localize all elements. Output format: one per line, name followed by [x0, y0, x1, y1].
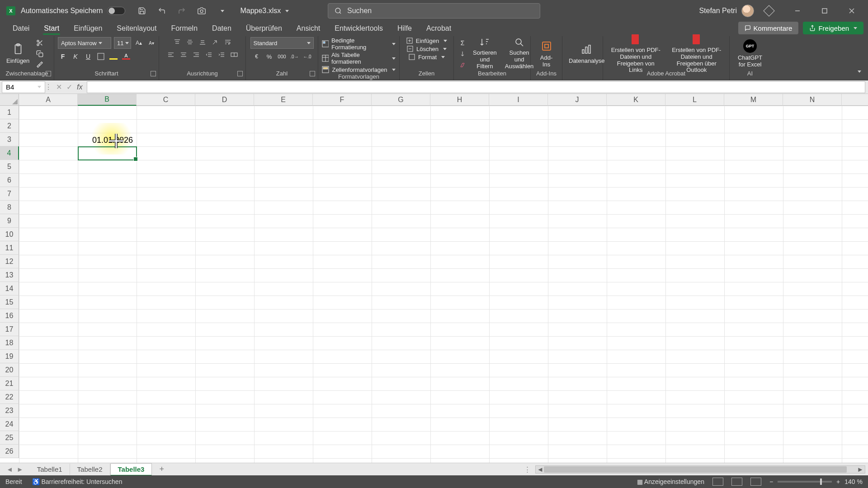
sort-filter-button[interactable]: Sortieren und Filtern — [470, 38, 500, 70]
row-header-23[interactable]: 23 — [0, 404, 19, 418]
autosum-icon[interactable]: Σ — [458, 38, 467, 48]
row-header-17[interactable]: 17 — [0, 323, 19, 336]
align-right-icon[interactable] — [191, 50, 201, 60]
sheet-nav-next-icon[interactable]: ► — [17, 465, 24, 473]
formula-input[interactable] — [87, 81, 865, 93]
collapse-ribbon-icon[interactable] — [853, 66, 864, 77]
user-name[interactable]: Stefan Petri — [699, 7, 737, 15]
increase-font-icon[interactable]: A▴ — [134, 38, 144, 48]
tab-seitenlayout[interactable]: Seitenlayout — [109, 22, 164, 36]
italic-icon[interactable]: K — [71, 52, 80, 61]
col-header-G[interactable]: G — [372, 94, 430, 106]
row-header-21[interactable]: 21 — [0, 377, 19, 390]
close-button[interactable] — [838, 0, 865, 22]
fill-color-icon[interactable] — [108, 52, 118, 61]
insert-cells-button[interactable]: Einfügen — [406, 37, 447, 44]
name-box[interactable]: B4 — [2, 81, 45, 93]
merge-icon[interactable] — [229, 50, 239, 60]
row-header-18[interactable]: 18 — [0, 336, 19, 350]
qat-customize-icon[interactable] — [216, 5, 227, 17]
tab-hilfe[interactable]: Hilfe — [390, 22, 419, 36]
increase-decimal-icon[interactable]: .0→ — [290, 52, 300, 61]
pdf-share-links-button[interactable]: Erstellen von PDF-Dateien und Freigeben … — [607, 38, 665, 70]
percent-icon[interactable]: % — [264, 52, 274, 61]
col-header-J[interactable]: J — [548, 94, 607, 106]
tab-formeln[interactable]: Formeln — [164, 22, 205, 36]
sheet-nav-prev-icon[interactable]: ◄ — [6, 465, 13, 473]
col-header-D[interactable]: D — [195, 94, 254, 106]
zoom-in-button[interactable]: + — [836, 478, 840, 485]
align-center-icon[interactable] — [179, 50, 189, 60]
tab-daten[interactable]: Daten — [205, 22, 239, 36]
clipboard-dialog-icon[interactable] — [46, 71, 51, 76]
align-left-icon[interactable] — [166, 50, 176, 60]
row-header-12[interactable]: 12 — [0, 255, 19, 268]
camera-icon[interactable] — [196, 5, 208, 17]
col-header-I[interactable]: I — [489, 94, 548, 106]
page-layout-view-icon[interactable] — [731, 478, 742, 486]
autosave-toggle[interactable] — [107, 7, 125, 15]
minimize-button[interactable] — [784, 0, 811, 22]
zoom-level[interactable]: 140 % — [844, 478, 863, 485]
row-header-20[interactable]: 20 — [0, 363, 19, 377]
wrap-text-icon[interactable] — [223, 37, 233, 47]
zoom-out-button[interactable]: − — [769, 478, 773, 485]
col-header-C[interactable]: C — [137, 94, 195, 106]
cell-styles-button[interactable]: Zellenformatvorlagen — [322, 66, 395, 73]
cell-grid[interactable] — [19, 106, 868, 463]
clear-icon[interactable] — [458, 60, 467, 70]
addins-button[interactable]: Add-Ins — [534, 38, 558, 70]
col-header-O[interactable]: O — [842, 94, 868, 106]
col-header-N[interactable]: N — [783, 94, 842, 106]
display-settings-button[interactable]: ▦ Anzeigeeinstellungen — [637, 478, 704, 485]
align-bottom-icon[interactable] — [198, 37, 208, 47]
font-color-icon[interactable]: A — [121, 52, 131, 61]
format-painter-icon[interactable] — [35, 60, 45, 70]
row-header-4[interactable]: 4 — [0, 146, 19, 160]
col-header-B[interactable]: B — [78, 94, 137, 106]
sheet-tab-2[interactable]: Tabelle2 — [70, 464, 110, 475]
row-header-15[interactable]: 15 — [0, 296, 19, 309]
search-box[interactable]: Suchen — [328, 3, 540, 19]
col-header-H[interactable]: H — [430, 94, 489, 106]
col-header-L[interactable]: L — [665, 94, 724, 106]
borders-icon[interactable] — [96, 52, 106, 61]
decrease-decimal-icon[interactable]: ←.0 — [302, 52, 312, 61]
row-header-7[interactable]: 7 — [0, 187, 19, 201]
cancel-formula-icon[interactable]: ✕ — [56, 83, 62, 91]
add-sheet-button[interactable]: + — [152, 465, 171, 474]
align-top-icon[interactable] — [172, 37, 182, 47]
number-dialog-icon[interactable] — [310, 71, 315, 76]
chatgpt-button[interactable]: GPTChatGPT for Excel — [733, 38, 767, 70]
font-dialog-icon[interactable] — [151, 71, 156, 76]
align-dialog-icon[interactable] — [237, 71, 243, 76]
format-cells-button[interactable]: Format — [408, 53, 445, 61]
pdf-share-outlook-button[interactable]: Erstellen von PDF-Dateien und Freigeben … — [668, 38, 726, 70]
row-header-22[interactable]: 22 — [0, 390, 19, 404]
align-middle-icon[interactable] — [185, 37, 195, 47]
row-header-14[interactable]: 14 — [0, 282, 19, 296]
delete-cells-button[interactable]: Löschen — [406, 45, 447, 52]
row-header-25[interactable]: 25 — [0, 431, 19, 445]
save-icon[interactable] — [136, 5, 148, 17]
page-break-view-icon[interactable] — [750, 478, 761, 486]
enter-formula-icon[interactable]: ✓ — [66, 83, 72, 91]
cell-b3-value[interactable]: 01.01.2026 — [79, 134, 136, 146]
col-header-E[interactable]: E — [254, 94, 313, 106]
fx-icon[interactable]: fx — [77, 83, 82, 91]
row-header-13[interactable]: 13 — [0, 268, 19, 282]
accounting-icon[interactable]: € — [252, 52, 262, 61]
avatar[interactable] — [741, 5, 754, 17]
tab-ueberpruefen[interactable]: Überprüfen — [239, 22, 289, 36]
paste-button[interactable]: Einfügen — [4, 38, 32, 70]
tab-entwicklertools[interactable]: Entwicklertools — [327, 22, 390, 36]
select-all-triangle[interactable] — [0, 94, 19, 106]
row-header-24[interactable]: 24 — [0, 418, 19, 431]
row-header-6[interactable]: 6 — [0, 174, 19, 187]
col-header-A[interactable]: A — [19, 94, 78, 106]
undo-icon[interactable] — [156, 5, 168, 17]
diamond-icon[interactable] — [763, 5, 774, 16]
status-accessibility[interactable]: ♿ Barrierefreiheit: Untersuchen — [32, 478, 123, 485]
row-header-10[interactable]: 10 — [0, 228, 19, 241]
tab-ansicht[interactable]: Ansicht — [289, 22, 327, 36]
